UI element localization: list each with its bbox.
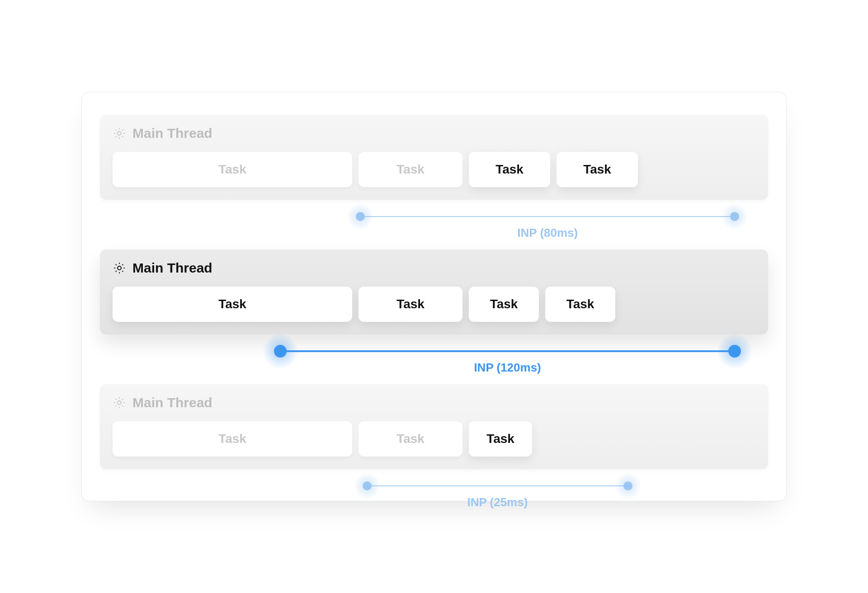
inp-end-dot (728, 345, 741, 358)
task-track: TaskTaskTaskTask (113, 287, 755, 322)
task-block: Task (469, 152, 550, 187)
task-block: Task (113, 152, 352, 187)
gear-icon (113, 127, 126, 140)
inp-indicator: INP (25ms) (100, 477, 768, 504)
task-block: Task (113, 421, 352, 457)
gear-icon (113, 396, 126, 409)
task-block: Task (359, 287, 462, 322)
panel-title: Main Thread (132, 126, 212, 141)
inp-label: INP (25ms) (467, 495, 528, 509)
task-block: Task (469, 421, 532, 457)
task-block: Task (557, 152, 638, 187)
svg-point-1 (118, 266, 121, 270)
inp-line (360, 216, 735, 217)
inp-start-dot (356, 212, 365, 221)
panel-title: Main Thread (132, 395, 212, 410)
gear-icon (113, 261, 126, 275)
task-track: TaskTaskTaskTask (113, 152, 755, 187)
task-block: Task (469, 287, 539, 322)
thread-sample: Main ThreadTaskTaskTaskTaskINP (120ms) (100, 249, 768, 334)
main-thread-panel: Main ThreadTaskTaskTask (100, 384, 768, 469)
thread-sample: Main ThreadTaskTaskTaskTaskINP (80ms) (100, 115, 768, 200)
diagram-frame: Main ThreadTaskTaskTaskTaskINP (80ms) Ma… (81, 92, 787, 501)
task-block: Task (113, 287, 352, 322)
svg-point-2 (118, 401, 121, 405)
thread-sample: Main ThreadTaskTaskTaskINP (25ms) (100, 384, 768, 469)
svg-point-0 (118, 132, 121, 135)
task-block: Task (359, 421, 462, 457)
inp-line (367, 485, 627, 486)
inp-line (280, 350, 735, 352)
inp-label: INP (80ms) (517, 226, 578, 240)
task-block: Task (545, 287, 615, 322)
main-thread-panel: Main ThreadTaskTaskTaskTask (100, 115, 768, 200)
inp-end-dot (730, 212, 739, 221)
panel-header: Main Thread (113, 395, 755, 410)
main-thread-panel: Main ThreadTaskTaskTaskTask (100, 249, 768, 334)
inp-indicator: INP (120ms) (100, 343, 768, 370)
panel-header: Main Thread (113, 260, 755, 276)
task-block: Task (359, 152, 462, 187)
inp-end-dot (623, 481, 632, 490)
panel-title: Main Thread (132, 260, 212, 276)
inp-start-dot (274, 345, 287, 358)
inp-label: INP (120ms) (474, 361, 541, 375)
panel-header: Main Thread (113, 126, 755, 141)
inp-start-dot (363, 481, 372, 490)
inp-indicator: INP (80ms) (100, 208, 768, 235)
task-track: TaskTaskTask (113, 421, 755, 457)
